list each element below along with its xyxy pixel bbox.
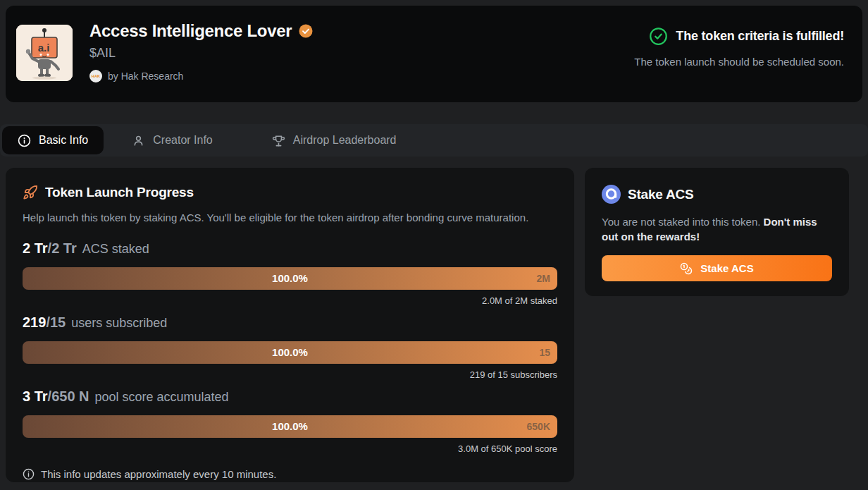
tab-label: Creator Info [153, 134, 212, 147]
tab-basic-info[interactable]: Basic Info [2, 126, 104, 154]
verified-badge-icon [299, 24, 313, 38]
metric-target: /2 Tr [48, 240, 77, 256]
tab-label: Airdrop Leaderboard [293, 134, 397, 147]
rocket-icon [23, 185, 38, 200]
token-symbol: $AIL [89, 46, 313, 61]
progress-bar-pool-score: 100.0% 650K [23, 415, 557, 438]
tab-label: Basic Info [39, 134, 88, 147]
stake-acs-button[interactable]: Stake ACS [602, 255, 832, 281]
metric-acs-staked: 2 Tr/2 TrACS staked [23, 240, 557, 257]
progress-card-description: Help launch this token by staking ACS. Y… [23, 212, 557, 223]
metric-label: ACS staked [82, 242, 149, 256]
update-footnote: This info updates approximately every 10… [23, 468, 557, 480]
progress-bar-target-label: 2M [537, 267, 550, 290]
metric-current: 3 Tr [23, 388, 48, 404]
status-title: The token criteria is fulfilled! [676, 29, 844, 44]
stake-acs-card: Stake ACS You are not staked into this t… [585, 168, 849, 296]
progress-percent: 100.0% [272, 346, 308, 358]
metric-users-subscribed: 219/15users subscribed [23, 314, 557, 331]
status-subtitle: The token launch should be scheduled soo… [634, 56, 844, 68]
tab-airdrop-leaderboard[interactable]: Airdrop Leaderboard [256, 126, 412, 154]
progress-caption: 3.0M of 650K pool score [23, 443, 557, 454]
token-launch-progress-card: Token Launch Progress Help launch this t… [6, 168, 574, 482]
token-header-card: a.i Access Intelligence Lover [6, 6, 862, 102]
tab-bar: Basic Info Creator Info Airdrop Leaderbo… [0, 124, 868, 157]
robot-avatar-icon: a.i [16, 25, 73, 81]
token-status-block: The token criteria is fulfilled! The tok… [634, 19, 844, 68]
metric-target: /15 [46, 314, 66, 330]
progress-bar-users-subscribed: 100.0% 15 [23, 341, 557, 364]
progress-card-title: Token Launch Progress [45, 185, 194, 200]
progress-caption: 219 of 15 subscribers [23, 369, 557, 380]
progress-bar-target-label: 650K [527, 415, 550, 438]
tab-creator-info[interactable]: Creator Info [116, 126, 228, 154]
metric-current: 219 [23, 314, 46, 330]
progress-bar-acs-staked: 100.0% 2M [23, 267, 557, 290]
person-icon [132, 134, 145, 147]
page: a.i Access Intelligence Lover [0, 0, 868, 490]
metric-label: pool score accumulated [95, 390, 229, 404]
stake-message-normal: You are not staked into this token. [602, 216, 764, 228]
info-icon [18, 134, 31, 147]
progress-percent: 100.0% [272, 272, 308, 284]
coins-icon [680, 262, 693, 275]
footnote-text: This info updates approximately every 10… [41, 468, 276, 480]
check-circle-icon [649, 27, 668, 46]
metric-current: 2 Tr [23, 240, 48, 256]
metric-label: users subscribed [71, 316, 167, 330]
info-icon [23, 468, 35, 480]
progress-percent: 100.0% [272, 420, 308, 432]
svg-text:a.i: a.i [38, 42, 50, 54]
stake-message: You are not staked into this token. Don'… [602, 215, 832, 244]
stake-button-label: Stake ACS [700, 262, 753, 274]
trophy-icon [272, 134, 285, 147]
acs-logo-icon [602, 185, 621, 204]
stake-card-title: Stake ACS [628, 187, 694, 202]
metric-pool-score: 3 Tr/650 Npool score accumulated [23, 388, 557, 405]
progress-bar-target-label: 15 [539, 341, 550, 364]
token-avatar: a.i [16, 25, 73, 81]
creator-label: by Hak Research [108, 71, 183, 82]
token-title: Access Intelligence Lover [89, 21, 292, 41]
creator-link[interactable]: HAK by Hak Research [89, 70, 313, 82]
progress-caption: 2.0M of 2M staked [23, 295, 557, 306]
metric-target: /650 N [48, 388, 89, 404]
hak-research-logo: HAK [89, 70, 102, 82]
